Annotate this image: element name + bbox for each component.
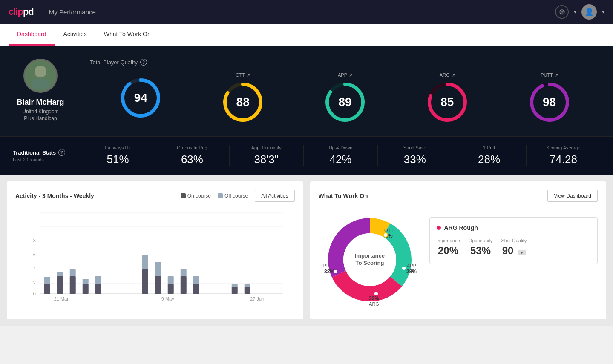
detail-shot-quality: Shot Quality 90 ▼	[501, 238, 527, 257]
donut-svg: Importance To Scoring OTT 8% APP 28% ARG…	[319, 209, 421, 311]
svg-text:ARG: ARG	[369, 301, 379, 307]
svg-text:9 May: 9 May	[161, 296, 174, 301]
work-on-card-header: What To Work On View Dashboard	[319, 190, 598, 202]
svg-rect-32	[95, 284, 101, 294]
svg-text:PUTT: PUTT	[323, 263, 335, 268]
svg-rect-43	[193, 276, 199, 284]
trad-stats-subtitle: Last 20 rounds	[13, 157, 81, 162]
donut-container: Importance To Scoring OTT 8% APP 28% ARG…	[319, 209, 421, 311]
svg-rect-39	[168, 276, 174, 284]
work-on-title: What To Work On	[319, 192, 368, 199]
tab-activities[interactable]: Activities	[55, 24, 95, 46]
tab-what-to-work-on[interactable]: What To Work On	[95, 24, 159, 46]
legend-on-course: On course	[181, 193, 211, 199]
detail-dot	[437, 226, 441, 230]
activity-legend: On course Off course	[181, 193, 248, 199]
svg-rect-37	[155, 262, 161, 276]
view-dashboard-button[interactable]: View Dashboard	[547, 190, 598, 202]
svg-point-66	[383, 233, 388, 237]
svg-rect-24	[44, 284, 50, 294]
svg-text:32%: 32%	[368, 295, 379, 301]
header: clippd My Performance ⊕ ▾ 👤 ▾	[0, 0, 613, 24]
stat-up-down: Up & Down 42%	[304, 145, 378, 166]
svg-rect-40	[181, 276, 187, 294]
trad-stats-title: Traditional Stats ? Last 20 rounds	[13, 149, 81, 162]
svg-rect-46	[245, 287, 250, 294]
svg-text:APP: APP	[406, 263, 416, 268]
trad-stats-label: Traditional Stats ?	[13, 149, 81, 156]
svg-text:8: 8	[33, 238, 36, 243]
svg-text:32%: 32%	[324, 269, 334, 275]
quality-title: Total Player Quality ?	[90, 59, 600, 66]
app-label: APP↗	[338, 72, 352, 77]
app-value: 89	[338, 95, 351, 109]
stat-fairways-hit: Fairways Hit 51%	[81, 145, 155, 166]
putt-circle: 98	[528, 81, 571, 123]
activity-chart-area: 0 2 4 6 8	[15, 209, 295, 302]
svg-rect-25	[44, 277, 50, 284]
svg-rect-45	[232, 284, 238, 287]
arg-label: ARG↗	[440, 72, 455, 77]
svg-rect-31	[83, 279, 89, 284]
stat-app-proximity: App. Proximity 38'3"	[230, 145, 304, 166]
player-avatar	[23, 59, 58, 93]
svg-text:27 Jun: 27 Jun	[250, 296, 264, 301]
detail-name: ARG Rough	[444, 224, 478, 231]
score-ott: OTT↗ 88	[192, 72, 294, 123]
arg-circle: 85	[426, 81, 469, 123]
svg-rect-34	[142, 269, 148, 294]
player-handicap: Plus Handicap	[24, 115, 57, 121]
tab-dashboard[interactable]: Dashboard	[9, 24, 55, 46]
trad-stats-grid: Fairways Hit 51% Greens In Reg 63% App. …	[81, 145, 600, 166]
svg-point-68	[374, 292, 378, 296]
tpq-circle: 94	[119, 77, 162, 119]
svg-rect-38	[168, 284, 174, 294]
activity-card: Activity - 3 Months - Weekly On course O…	[7, 181, 303, 319]
player-name: Blair McHarg	[17, 98, 64, 107]
work-on-card: What To Work On View Dashboard	[310, 181, 607, 319]
svg-text:0: 0	[33, 291, 36, 296]
svg-point-67	[402, 266, 406, 270]
detail-card-title: ARG Rough	[437, 224, 591, 231]
avatar-chevron: ▾	[602, 9, 604, 15]
score-app: APP↗ 89	[294, 72, 397, 123]
svg-rect-35	[142, 255, 148, 269]
logo: clippd	[9, 6, 34, 17]
svg-text:4: 4	[33, 266, 36, 271]
shot-quality-badge: ▼	[518, 250, 526, 255]
nav-tabs: Dashboard Activities What To Work On	[0, 24, 613, 46]
svg-rect-27	[57, 272, 63, 276]
avatar-button[interactable]: 👤	[581, 4, 597, 20]
activity-title: Activity - 3 Months - Weekly	[15, 192, 94, 199]
stat-1-putt: 1 Putt 28%	[452, 145, 526, 166]
detail-importance: Importance 20%	[437, 238, 460, 257]
svg-rect-30	[83, 284, 89, 294]
header-right: ⊕ ▾ 👤 ▾	[555, 4, 604, 20]
traditional-stats: Traditional Stats ? Last 20 rounds Fairw…	[0, 136, 613, 175]
add-chevron: ▾	[574, 9, 576, 15]
trad-info-icon[interactable]: ?	[58, 149, 65, 156]
svg-point-69	[334, 269, 338, 274]
stats-banner: Blair McHarg United Kingdom Plus Handica…	[0, 46, 613, 136]
bottom-section: Activity - 3 Months - Weekly On course O…	[0, 175, 613, 326]
work-on-content: Importance To Scoring OTT 8% APP 28% ARG…	[319, 209, 598, 311]
putt-value: 98	[543, 95, 556, 109]
svg-text:To Scoring: To Scoring	[355, 260, 384, 266]
quality-info-icon[interactable]: ?	[140, 59, 147, 66]
score-arg: ARG↗ 85	[396, 72, 498, 123]
quality-section: Total Player Quality ? 94 OTT↗	[81, 59, 600, 123]
activity-chart-svg: 0 2 4 6 8	[15, 209, 295, 302]
avatar-icon: 👤	[584, 7, 594, 17]
score-putt: PUTT↗ 98	[498, 72, 600, 123]
ott-label: OTT↗	[236, 72, 250, 77]
svg-text:OTT: OTT	[384, 228, 394, 233]
detail-opportunity: Opportunity 53%	[469, 238, 493, 257]
detail-card: ARG Rough Importance 20% Opportunity 53%…	[429, 217, 598, 264]
add-button[interactable]: ⊕	[555, 5, 569, 19]
svg-rect-26	[57, 276, 63, 294]
svg-point-0	[35, 66, 46, 77]
all-activities-button[interactable]: All Activities	[255, 190, 294, 202]
plus-icon: ⊕	[559, 7, 565, 17]
tpq-value: 94	[134, 91, 147, 105]
svg-text:2: 2	[33, 280, 36, 285]
